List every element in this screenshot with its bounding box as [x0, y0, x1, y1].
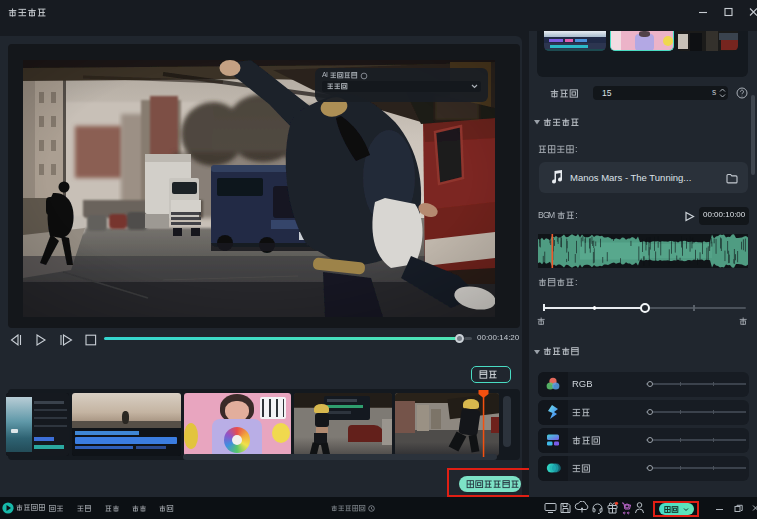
svg-text:M: M	[548, 210, 555, 220]
svg-text::: :	[575, 144, 578, 154]
svg-text::: :	[575, 210, 578, 220]
svg-text::: :	[575, 277, 578, 287]
svg-text:I: I	[326, 71, 328, 78]
